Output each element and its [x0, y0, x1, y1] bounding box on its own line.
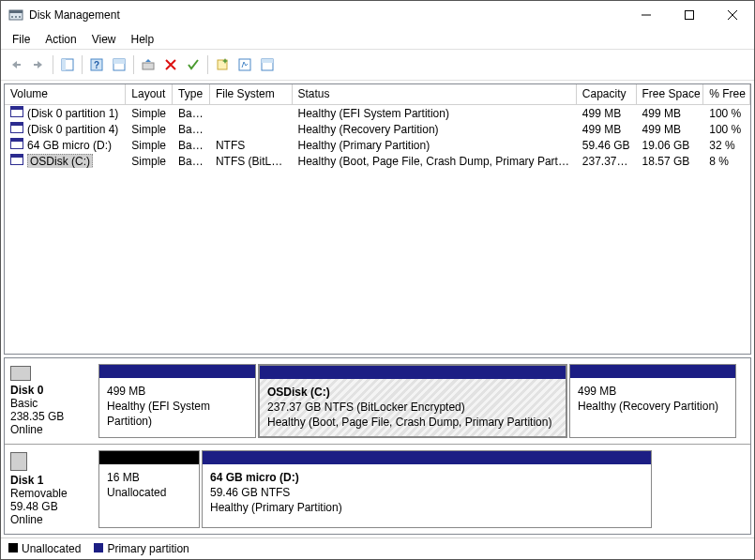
partition-line: 59.46 GB NTFS [210, 486, 290, 499]
delete-button[interactable] [159, 53, 182, 76]
title-bar[interactable]: Disk Management [1, 1, 754, 29]
volume-type: Basic [173, 139, 210, 152]
back-button[interactable] [5, 53, 27, 76]
partition-title: 64 GB micro (D:) [210, 471, 299, 484]
disk-label[interactable]: Disk 1Removable59.48 GBOnline [5, 445, 98, 534]
show-top-button[interactable] [108, 53, 130, 76]
disk-row: Disk 0Basic238.35 GBOnline499 MBHealthy … [5, 358, 750, 445]
new-action-button[interactable] [211, 53, 234, 76]
disk-graphical-view[interactable]: Disk 0Basic238.35 GBOnline499 MBHealthy … [4, 357, 751, 535]
volume-row[interactable]: (Disk 0 partition 4)SimpleBasicHealthy (… [5, 121, 750, 137]
col-free[interactable]: Free Space [637, 84, 704, 104]
volume-layout: Simple [126, 107, 173, 120]
volume-status: Healthy (Recovery Partition) [293, 123, 577, 136]
window-title: Disk Management [23, 8, 625, 22]
svg-point-4 [19, 16, 21, 18]
disk-icon [10, 366, 31, 381]
volume-capacity: 499 MB [577, 107, 637, 120]
volume-fs: NTFS [210, 139, 293, 152]
volume-row[interactable]: OSDisk (C:)SimpleBasicNTFS (BitLo…Health… [5, 153, 750, 169]
svg-point-3 [15, 16, 17, 18]
partition-line: 499 MB [107, 385, 145, 398]
disk-trailing-spacer [654, 450, 738, 528]
volume-percent: 100 % [703, 107, 750, 120]
partition-line: Healthy (Recovery Partition) [578, 400, 718, 413]
volume-name: (Disk 0 partition 4) [27, 123, 118, 136]
volume-free: 19.06 GB [637, 139, 704, 152]
forward-button[interactable] [27, 53, 50, 76]
toolbar-separator [207, 55, 208, 74]
col-status[interactable]: Status [293, 84, 577, 104]
volume-free: 499 MB [637, 123, 704, 136]
volume-status: Healthy (Boot, Page File, Crash Dump, Pr… [293, 155, 577, 168]
volume-percent: 100 % [703, 123, 750, 136]
disk-row: Disk 1Removable59.48 GBOnline16 MBUnallo… [5, 445, 750, 534]
col-layout[interactable]: Layout [126, 84, 173, 104]
maximize-button[interactable] [668, 1, 711, 29]
partition-header-stripe [570, 365, 735, 378]
svg-rect-15 [143, 63, 154, 69]
toolbar-separator [53, 55, 53, 74]
col-capacity[interactable]: Capacity [577, 84, 637, 104]
legend-unallocated: Unallocated [8, 542, 81, 555]
partition-line: 237.37 GB NTFS (BitLocker Encrypted) [267, 401, 465, 414]
partition-line: Unallocated [107, 486, 166, 499]
rescan-button[interactable] [234, 53, 256, 76]
minimize-button[interactable] [625, 1, 668, 29]
legend-primary: Primary partition [94, 542, 189, 555]
disk-label[interactable]: Disk 0Basic238.35 GBOnline [5, 358, 98, 444]
svg-rect-14 [113, 59, 125, 64]
col-volume[interactable]: Volume [5, 84, 126, 104]
svg-rect-1 [9, 10, 23, 13]
svg-rect-19 [262, 59, 273, 63]
disk-name: Disk 0 [10, 384, 43, 397]
volume-layout: Simple [126, 123, 173, 136]
volume-row[interactable]: 64 GB micro (D:)SimpleBasicNTFSHealthy (… [5, 137, 750, 153]
partition-box[interactable]: 64 GB micro (D:)59.46 GB NTFSHealthy (Pr… [202, 450, 652, 528]
show-hide-tree-button[interactable] [56, 53, 79, 76]
svg-rect-6 [686, 11, 694, 20]
partition-line: Healthy (EFI System Partition) [107, 400, 210, 428]
legend-swatch-navy [94, 543, 103, 552]
volume-capacity: 237.37 GB [577, 155, 637, 168]
partition-box[interactable]: 499 MBHealthy (EFI System Partition) [98, 364, 256, 438]
menu-action[interactable]: Action [38, 31, 83, 48]
disk-icon [10, 452, 27, 471]
disk-status: Online [10, 423, 43, 436]
volume-list[interactable]: Volume Layout Type File System Status Ca… [4, 83, 751, 355]
content-area: Volume Layout Type File System Status Ca… [1, 81, 754, 559]
volume-icon [10, 122, 23, 133]
volume-percent: 8 % [703, 155, 750, 168]
partition-box[interactable]: OSDisk (C:)237.37 GB NTFS (BitLocker Enc… [258, 364, 567, 438]
partition-header-stripe [99, 365, 255, 378]
partition-box[interactable]: 499 MBHealthy (Recovery Partition) [569, 364, 736, 438]
volume-icon [10, 154, 23, 165]
settings-button[interactable] [256, 53, 279, 76]
col-filesystem[interactable]: File System [210, 84, 293, 104]
help-button[interactable]: ? [85, 53, 108, 76]
volume-type: Basic [173, 107, 210, 120]
disk-partitions: 499 MBHealthy (EFI System Partition)OSDi… [98, 358, 750, 444]
partition-header-stripe [260, 366, 566, 379]
toolbar: ? [1, 49, 754, 81]
col-type[interactable]: Type [173, 84, 210, 104]
volume-icon [10, 138, 23, 149]
volume-row[interactable]: (Disk 0 partition 1)SimpleBasicHealthy (… [5, 105, 750, 121]
close-button[interactable] [711, 1, 754, 29]
refresh-button[interactable] [137, 53, 159, 76]
svg-point-2 [11, 16, 13, 18]
menu-view[interactable]: View [84, 31, 124, 48]
partition-box[interactable]: 16 MBUnallocated [98, 450, 200, 528]
volume-free: 18.57 GB [637, 155, 704, 168]
app-icon [8, 8, 23, 23]
menu-file[interactable]: File [5, 31, 38, 48]
volume-list-body[interactable]: (Disk 0 partition 1)SimpleBasicHealthy (… [5, 105, 750, 354]
menu-help[interactable]: Help [124, 31, 162, 48]
disk-partitions: 16 MBUnallocated64 GB micro (D:)59.46 GB… [98, 445, 750, 534]
partition-header-stripe [99, 451, 199, 464]
disk-size: 238.35 GB [10, 410, 64, 423]
volume-icon [10, 106, 23, 117]
volume-layout: Simple [126, 155, 173, 168]
col-percent[interactable]: % Free [703, 84, 750, 104]
apply-button[interactable] [182, 53, 204, 76]
